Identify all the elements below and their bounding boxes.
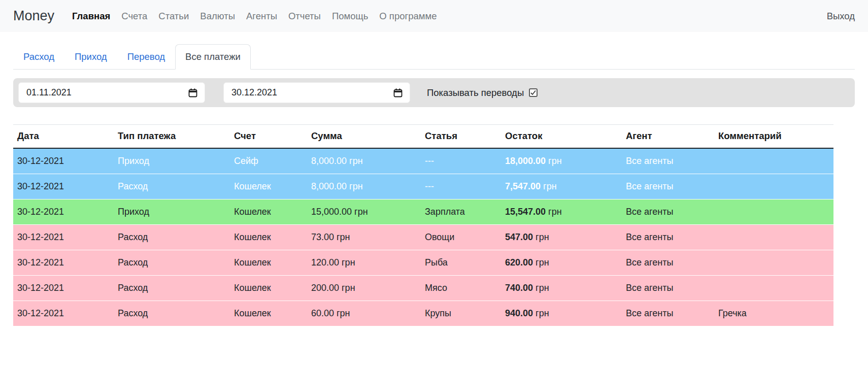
col-header-balance: Остаток [501, 125, 622, 149]
date-from-input[interactable] [25, 87, 188, 98]
table-row[interactable]: 30-12-2021 Расход Кошелек 8,000.00 грн -… [13, 174, 833, 199]
date-to-input[interactable] [230, 87, 393, 98]
date-from-field [18, 82, 205, 103]
payment-tabs: Расход Приход Перевод Все платежи [13, 44, 855, 70]
table-row[interactable]: 30-12-2021 Расход Кошелек 60.00 грн Круп… [13, 301, 833, 326]
table-row[interactable]: 30-12-2021 Расход Кошелек 200.00 грн Мяс… [13, 275, 833, 301]
tab-expense[interactable]: Расход [13, 44, 64, 70]
tab-income[interactable]: Приход [64, 44, 117, 70]
filter-bar: Показывать переводы [13, 78, 855, 107]
col-header-type: Тип платежа [114, 125, 230, 149]
app-brand[interactable]: Money [13, 8, 54, 24]
col-header-date: Дата [13, 125, 114, 149]
col-header-category: Статья [421, 125, 501, 149]
nav-item-currencies[interactable]: Валюты [194, 11, 241, 22]
tab-transfer[interactable]: Перевод [117, 44, 175, 70]
show-transfers-checkbox[interactable] [529, 88, 538, 97]
date-to-field [223, 82, 410, 103]
calendar-icon[interactable] [393, 88, 403, 98]
logout-link[interactable]: Выход [827, 11, 855, 22]
show-transfers-group: Показывать переводы [427, 87, 538, 98]
table-row[interactable]: 30-12-2021 Расход Кошелек 120.00 грн Рыб… [13, 250, 833, 275]
nav-item-accounts[interactable]: Счета [116, 11, 153, 22]
payments-table: Дата Тип платежа Счет Сумма Статья Остат… [13, 124, 833, 326]
col-header-comment: Комментарий [714, 125, 833, 149]
nav-item-help[interactable]: Помощь [326, 11, 374, 22]
calendar-icon[interactable] [188, 88, 198, 98]
nav-item-home[interactable]: Главная [66, 11, 116, 22]
table-row[interactable]: 30-12-2021 Приход Сейф 8,000.00 грн --- … [13, 148, 833, 174]
top-navbar: Money Главная Счета Статьи Валюты Агенты… [0, 0, 868, 32]
table-row[interactable]: 30-12-2021 Приход Кошелек 15,000.00 грн … [13, 199, 833, 224]
table-row[interactable]: 30-12-2021 Расход Кошелек 73.00 грн Овощ… [13, 224, 833, 250]
checkmark-icon [530, 89, 537, 96]
col-header-account: Счет [230, 125, 307, 149]
col-header-amount: Сумма [307, 125, 421, 149]
nav-item-reports[interactable]: Отчеты [283, 11, 326, 22]
nav-item-categories[interactable]: Статьи [153, 11, 194, 22]
main-menu: Главная Счета Статьи Валюты Агенты Отчет… [66, 11, 442, 22]
tab-all-payments[interactable]: Все платежи [175, 44, 251, 70]
show-transfers-label: Показывать переводы [427, 87, 524, 98]
col-header-agent: Агент [622, 125, 714, 149]
table-header-row: Дата Тип платежа Счет Сумма Статья Остат… [13, 125, 833, 149]
nav-item-about[interactable]: О программе [374, 11, 442, 22]
nav-item-agents[interactable]: Агенты [241, 11, 283, 22]
